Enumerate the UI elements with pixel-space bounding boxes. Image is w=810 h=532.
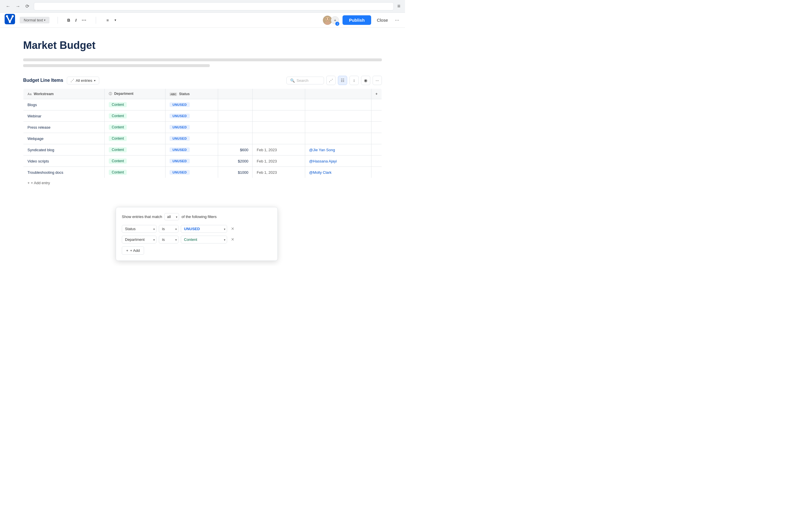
database-title: Budget Line Items [23, 78, 63, 83]
filter-header: Show entries that match all any of the f… [122, 213, 272, 220]
toolbar-format: Normal text ▾ [20, 17, 51, 23]
browser-menu-icon[interactable]: ≡ [397, 3, 400, 9]
sort-button[interactable]: ↕ [350, 76, 359, 85]
publish-label: Publish [349, 18, 364, 22]
svg-point-1 [6, 15, 8, 17]
table-row: Webpage Content UNUSED [23, 133, 382, 144]
cell-owner [305, 99, 371, 111]
database-table: Aa Workstream ⓘ Department ABC Status [23, 88, 382, 188]
filter-op-1[interactable]: is is not [159, 225, 178, 233]
avatar-badge: J [335, 21, 340, 26]
cell-workstream: Webinar [23, 111, 105, 122]
style-dropdown[interactable]: Normal text ▾ [20, 17, 49, 23]
search-box[interactable]: 🔍 Search [287, 77, 324, 84]
cell-amount: $2000 [218, 155, 253, 167]
filter-remove-2[interactable]: × [229, 236, 236, 243]
table-row: Blogs Content UNUSED [23, 99, 382, 111]
cell-amount [218, 133, 253, 144]
chevron-down-icon: ▾ [44, 18, 45, 22]
hide-fields-button[interactable]: ◉ [361, 76, 370, 85]
match-select[interactable]: all any [164, 213, 179, 220]
text-icon: Aa [28, 92, 32, 96]
cell-date [253, 133, 305, 144]
cell-extra [371, 99, 382, 111]
svg-point-7 [326, 18, 327, 19]
filter-val-1[interactable]: UNUSED USED [181, 225, 227, 233]
toolbar-right: + J Publish Close ··· [322, 15, 400, 26]
filter-field-2[interactable]: Department Status Workstream [122, 236, 157, 244]
app-toolbar: Normal text ▾ B I ··· ≡ ▾ [0, 13, 405, 28]
cell-amount: $1000 [218, 167, 253, 178]
match-select-wrapper: all any [164, 213, 179, 220]
avatar-group: + J [322, 15, 339, 26]
field-select-wrapper-2: Department Status Workstream [122, 236, 157, 244]
cell-department: Content [105, 133, 165, 144]
reload-button[interactable]: ⟳ [24, 3, 30, 10]
filter-field-1[interactable]: Status Department Workstream [122, 225, 157, 233]
bold-button[interactable]: B [65, 17, 72, 24]
skeleton-line-1 [23, 59, 382, 61]
cell-date: Feb 1, 2023 [253, 167, 305, 178]
filter-op-2[interactable]: is is not [159, 236, 178, 244]
add-entry-button[interactable]: + + Add entry [28, 181, 50, 185]
cell-amount: $600 [218, 144, 253, 155]
add-column-button[interactable]: + [371, 89, 382, 99]
filter-overlay: Show entries that match all any of the f… [116, 207, 278, 261]
back-button[interactable]: ← [5, 3, 12, 10]
grid-view-button[interactable]: ⋰ [326, 76, 336, 85]
cell-extra [371, 167, 382, 178]
all-entries-button[interactable]: ⋰ All entries ▾ [67, 77, 99, 84]
app-logo[interactable] [5, 14, 15, 26]
grid-icon: ⋰ [70, 78, 74, 82]
cell-department: Content [105, 167, 165, 178]
plus-icon: + [126, 248, 128, 253]
svg-point-2 [12, 15, 14, 17]
url-bar[interactable] [34, 2, 394, 11]
publish-button[interactable]: Publish [342, 15, 371, 25]
col-department: ⓘ Department [105, 89, 165, 99]
col-amount [218, 89, 253, 99]
table-row: Troubleshooting docs Content UNUSED $100… [23, 167, 382, 178]
cell-department: Content [105, 99, 165, 111]
cell-status: UNUSED [165, 144, 218, 155]
chevron-down-icon: ▾ [94, 79, 95, 82]
toolbar-divider-1 [58, 17, 58, 24]
align-button[interactable]: ≡ [104, 17, 111, 24]
filter-row-2: Department Status Workstream is is not [122, 236, 272, 244]
table-wrapper: Aa Workstream ⓘ Department ABC Status [23, 88, 382, 188]
cell-amount [218, 122, 253, 133]
filter-val-2[interactable]: Content Engineering Marketing [181, 236, 227, 244]
more-options-button[interactable]: ··· [394, 16, 400, 24]
cell-department: Content [105, 122, 165, 133]
cell-workstream: Video scripts [23, 155, 105, 167]
search-icon: 🔍 [290, 78, 295, 83]
col-date [253, 89, 305, 99]
cell-owner: @Hassana Ajayi [305, 155, 371, 167]
all-entries-label: All entries [76, 78, 92, 83]
skeleton-line-2 [23, 64, 210, 67]
cell-department: Content [105, 111, 165, 122]
svg-point-6 [325, 21, 331, 25]
cell-owner: @Jie Yan Song [305, 144, 371, 155]
close-button[interactable]: Close [375, 16, 390, 24]
abc-icon: ABC [169, 93, 177, 96]
cell-status: UNUSED [165, 122, 218, 133]
table-row: Video scripts Content UNUSED $2000 Feb 1… [23, 155, 382, 167]
db-actions: 🔍 Search ⋰ ☷ ↕ ◉ ··· [287, 76, 382, 85]
more-format-button[interactable]: ··· [79, 16, 88, 24]
table-row: Syndicated blog Content UNUSED $600 Feb … [23, 144, 382, 155]
cell-status: UNUSED [165, 99, 218, 111]
filter-remove-1[interactable]: × [229, 225, 236, 232]
italic-button[interactable]: I [73, 17, 79, 24]
align-dropdown-button[interactable]: ▾ [112, 17, 118, 23]
cell-workstream: Blogs [23, 99, 105, 111]
filter-button[interactable]: ☷ [338, 76, 347, 85]
toolbar-divider-2 [96, 17, 96, 24]
more-db-button[interactable]: ··· [373, 76, 382, 85]
browser-chrome: ← → ⟳ ≡ [0, 0, 405, 13]
cell-status: UNUSED [165, 111, 218, 122]
browser-nav: ← → ⟳ [5, 3, 30, 10]
svg-point-3 [9, 21, 11, 23]
forward-button[interactable]: → [14, 3, 21, 10]
add-filter-button[interactable]: + + Add [122, 246, 144, 255]
